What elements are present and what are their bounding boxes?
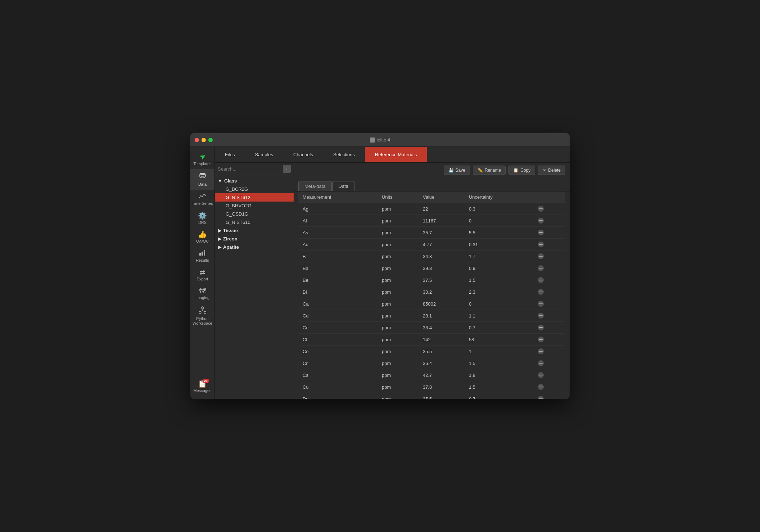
- cell-remove-9: [533, 310, 565, 322]
- cell-uncertainty-12: 1: [465, 346, 533, 357]
- tab-data[interactable]: Data: [332, 181, 354, 191]
- copy-button[interactable]: 📋 Copy: [508, 166, 535, 175]
- cell-value-2: 35.7: [419, 227, 465, 239]
- remove-row-button-10[interactable]: [538, 324, 544, 331]
- nav-reference-materials[interactable]: Reference Materials: [365, 147, 427, 162]
- cell-measurement-9: Cd: [298, 310, 377, 322]
- tree-item-g-bhvo2g[interactable]: G_BHVO2G: [215, 202, 294, 210]
- add-button[interactable]: +: [283, 165, 291, 173]
- imaging-icon: 🗺: [199, 287, 206, 294]
- cell-measurement-13: Cr: [298, 357, 377, 369]
- cell-uncertainty-8: 0: [465, 298, 533, 310]
- tree-item-g-bcr2g[interactable]: G_BCR2G: [215, 185, 294, 193]
- cell-value-12: 35.5: [419, 346, 465, 357]
- cell-units-1: ppm: [377, 215, 419, 227]
- cell-uncertainty-7: 2.3: [465, 286, 533, 298]
- cell-remove-6: [533, 274, 565, 286]
- sidebar-item-messages[interactable]: 📋 21 Messages: [190, 377, 214, 396]
- traffic-lights: [195, 138, 213, 142]
- sidebar-item-label-time-series: Time Series: [192, 201, 213, 206]
- sidebar-item-label-python-workspace: Python Workspace: [193, 316, 212, 326]
- remove-row-button-2[interactable]: [538, 229, 544, 236]
- remove-row-button-8[interactable]: [538, 301, 544, 307]
- cell-value-7: 30.2: [419, 286, 465, 298]
- sidebar-item-label-data: Data: [198, 182, 207, 187]
- remove-row-button-9[interactable]: [538, 312, 544, 319]
- results-icon: [199, 249, 206, 257]
- remove-row-button-15[interactable]: [538, 384, 544, 390]
- cell-units-10: ppm: [377, 322, 419, 334]
- remove-row-button-7[interactable]: [538, 289, 544, 295]
- sidebar-item-imaging[interactable]: 🗺 Imaging: [190, 284, 214, 303]
- qa-qc-icon: 👍: [198, 231, 207, 238]
- remove-row-button-11[interactable]: [538, 336, 544, 343]
- svg-rect-23: [539, 280, 543, 280]
- tree-item-g-nist612[interactable]: G_NIST612: [215, 193, 294, 202]
- cell-measurement-2: As: [298, 227, 377, 239]
- rename-button[interactable]: ✏️ Rename: [473, 166, 506, 175]
- cell-remove-11: [533, 334, 565, 346]
- tab-meta-data[interactable]: Meta-data: [298, 181, 332, 191]
- close-button[interactable]: [195, 138, 199, 142]
- glass-expand-icon: ▼: [218, 178, 222, 184]
- remove-row-button-12[interactable]: [538, 348, 544, 355]
- svg-rect-25: [539, 292, 543, 292]
- sidebar-item-qa-qc[interactable]: 👍 QA/QC: [190, 228, 214, 247]
- minimize-button[interactable]: [202, 138, 206, 142]
- nav-files[interactable]: Files: [215, 147, 245, 162]
- remove-row-button-6[interactable]: [538, 277, 544, 283]
- sidebar-item-data[interactable]: Data: [190, 169, 214, 190]
- nav-samples[interactable]: Samples: [245, 147, 283, 162]
- maximize-button[interactable]: [208, 138, 213, 142]
- sidebar-item-label-drs: DRS: [198, 220, 207, 225]
- save-icon: 💾: [448, 168, 454, 173]
- sidebar-item-label-qa-qc: QA/QC: [196, 239, 209, 244]
- svg-rect-37: [539, 363, 543, 364]
- sidebar-item-label-templates: Templates: [193, 162, 211, 166]
- sidebar-item-drs[interactable]: ⚙️ DRS: [190, 209, 214, 228]
- delete-button[interactable]: ✕ Delete: [538, 166, 565, 175]
- svg-rect-15: [539, 232, 543, 233]
- cell-uncertainty-15: 1.5: [465, 381, 533, 393]
- search-input[interactable]: [218, 166, 281, 172]
- tree-group-apatite[interactable]: ▶ Apatite: [215, 243, 294, 251]
- sidebar-item-results[interactable]: Results: [190, 247, 214, 266]
- svg-rect-1: [199, 253, 201, 256]
- remove-row-button-1[interactable]: [538, 217, 544, 224]
- remove-row-button-14[interactable]: [538, 372, 544, 378]
- window-title: iolite 4: [377, 137, 390, 143]
- cell-value-13: 36.4: [419, 357, 465, 369]
- cell-remove-0: [533, 203, 565, 215]
- sidebar-item-label-results: Results: [196, 258, 209, 263]
- tree-item-g-nist610[interactable]: G_NIST610: [215, 218, 294, 226]
- remove-row-button-4[interactable]: [538, 253, 544, 260]
- tree-group-zircon[interactable]: ▶ Zircon: [215, 235, 294, 243]
- remove-row-button-3[interactable]: [538, 241, 544, 248]
- sidebar-item-python-workspace[interactable]: Python Workspace: [190, 303, 214, 329]
- svg-point-6: [204, 311, 206, 314]
- table-row: B ppm 34.3 1.7: [298, 251, 565, 262]
- sidebar-item-templates[interactable]: ➤ Templates: [190, 150, 214, 169]
- cell-measurement-14: Cs: [298, 369, 377, 381]
- remove-row-button-13[interactable]: [538, 360, 544, 366]
- sidebar-item-export[interactable]: ⇄ Export: [190, 266, 214, 284]
- tree-group-tissue[interactable]: ▶ Tissue: [215, 226, 294, 235]
- tree-group-glass[interactable]: ▼ Glass: [215, 177, 294, 185]
- data-table-wrapper[interactable]: Measurement Units Value Uncertainty Ag p…: [294, 191, 570, 399]
- svg-point-42: [538, 396, 544, 399]
- cell-uncertainty-13: 1.5: [465, 357, 533, 369]
- svg-rect-39: [539, 375, 543, 375]
- data-toolbar: 💾 Save ✏️ Rename 📋 Copy ✕: [294, 163, 570, 178]
- remove-row-button-0[interactable]: [538, 206, 544, 212]
- save-button[interactable]: 💾 Save: [444, 166, 470, 175]
- nav-channels[interactable]: Channels: [283, 147, 323, 162]
- cell-measurement-16: Dy: [298, 393, 377, 399]
- svg-rect-11: [539, 208, 543, 209]
- nav-selections[interactable]: Selections: [323, 147, 365, 162]
- glass-label: Glass: [224, 178, 237, 184]
- remove-row-button-5[interactable]: [538, 265, 544, 271]
- remove-row-button-16[interactable]: [538, 396, 544, 399]
- sidebar-item-time-series[interactable]: Time Series: [190, 190, 214, 209]
- python-workspace-icon: [199, 306, 206, 315]
- tree-item-g-gsd1g[interactable]: G_GSD1G: [215, 210, 294, 218]
